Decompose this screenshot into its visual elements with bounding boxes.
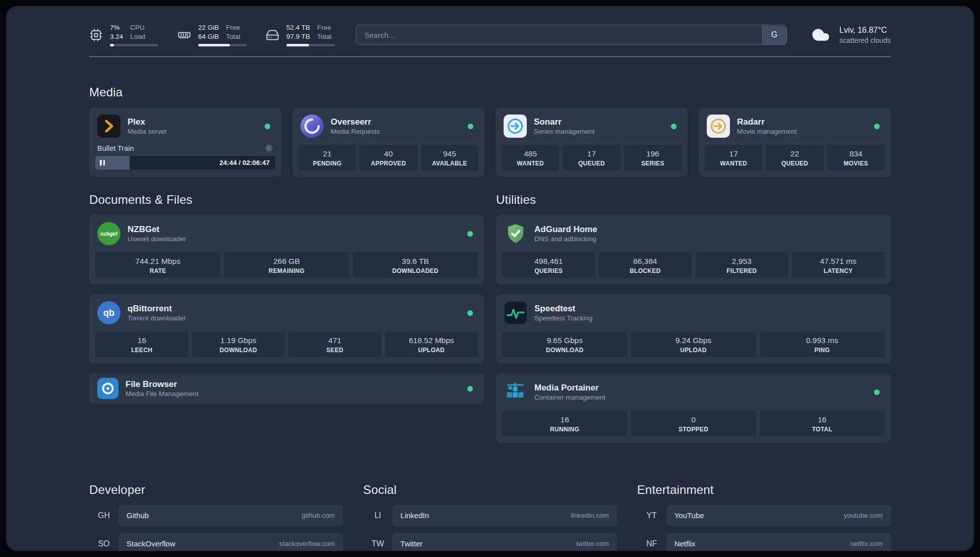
status-dot xyxy=(467,310,473,316)
stat-tile: 39.6 TB DOWNLOADED xyxy=(353,252,478,278)
search-provider-button[interactable]: G xyxy=(762,26,786,44)
memory-total-value: 64 GiB xyxy=(198,32,219,41)
stat-tile: 0.993 ms PING xyxy=(760,331,885,357)
bookmark-pill: LinkedIn linkedin.com xyxy=(392,505,617,526)
bookmark-stackoverflow[interactable]: SO StackOverflow stackoverflow.com xyxy=(89,533,343,551)
section-title-social: Social xyxy=(363,483,617,497)
developer-group: Developer GH Github github.com SO StackO… xyxy=(89,483,343,551)
social-group: Social LI LinkedIn linkedin.com TW Twitt… xyxy=(363,483,617,551)
bookmark-youtube[interactable]: YT YouTube youtube.com xyxy=(637,505,891,526)
stat-tile: 9.65 Gbps DOWNLOAD xyxy=(502,331,627,357)
service-title[interactable]: Overseerr xyxy=(331,117,461,127)
card-filebrowser[interactable]: File Browser Media File Management xyxy=(89,373,484,404)
entertainment-group: Entertainment YT YouTube youtube.com NF … xyxy=(637,483,891,551)
settings-gear-icon[interactable] xyxy=(265,144,273,152)
service-title[interactable]: Sonarr xyxy=(534,117,664,127)
stat-tile: 16 LEECH xyxy=(95,331,189,357)
service-title[interactable]: Radarr xyxy=(737,117,867,127)
bookmark-domain: twitter.com xyxy=(576,540,609,547)
memory-progress-bar xyxy=(198,44,247,46)
memory-icon xyxy=(177,28,191,42)
card-nzbget[interactable]: nzbget NZBGet Usenet downloader 744.21 M… xyxy=(89,215,484,284)
overseerr-icon xyxy=(300,115,324,138)
service-subtitle: Series management xyxy=(534,127,664,136)
stat-tile: 744.21 Mbps RATE xyxy=(95,252,220,278)
service-title[interactable]: Media Portainer xyxy=(534,382,867,393)
card-overseerr[interactable]: Overseerr Media Requests 21 PENDING 40 A… xyxy=(292,107,484,177)
disk-progress-bar xyxy=(286,44,335,46)
stat-tile: 471 SEED xyxy=(288,331,382,357)
card-portainer[interactable]: Media Portainer Container management 16 … xyxy=(496,373,891,442)
search-input[interactable] xyxy=(356,25,787,45)
speedtest-icon xyxy=(504,301,527,324)
disk-widget: 52.4 TB 97.9 TB Free Total xyxy=(266,23,335,46)
service-title[interactable]: Speedtest xyxy=(534,303,883,314)
service-title[interactable]: AdGuard Home xyxy=(534,224,883,235)
card-adguard[interactable]: AdGuard Home DNS and adblocking 498,461 … xyxy=(496,215,891,284)
disk-total-label: Total xyxy=(317,32,332,41)
pause-icon[interactable] xyxy=(100,156,105,170)
service-title[interactable]: NZBGet xyxy=(128,224,460,235)
bookmark-abbr: GH xyxy=(89,511,118,520)
bookmark-pill: Twitter twitter.com xyxy=(392,533,617,551)
bookmark-abbr: SO xyxy=(89,539,118,548)
service-title[interactable]: qBittorrent xyxy=(128,303,460,314)
stat-tile: 47.571 ms LATENCY xyxy=(792,252,885,278)
bookmark-netflix[interactable]: NF Netflix netflix.com xyxy=(637,533,891,551)
card-speedtest[interactable]: Speedtest Speedtest Tracking 9.65 Gbps D… xyxy=(496,294,891,363)
bookmark-domain: stackoverflow.com xyxy=(279,540,335,547)
bookmark-columns: Developer GH Github github.com SO StackO… xyxy=(89,483,891,551)
stat-tile: 16 TOTAL xyxy=(760,411,885,436)
bookmark-domain: linkedin.com xyxy=(571,512,609,519)
bookmark-linkedin[interactable]: LI LinkedIn linkedin.com xyxy=(363,505,617,526)
topbar: 7% 3.24 CPU Load xyxy=(89,23,891,46)
stat-tile: 2,953 FILTERED xyxy=(695,252,788,278)
card-sonarr[interactable]: Sonarr Series management 485 WANTED 17 Q… xyxy=(496,107,688,177)
stat-tile: 266 GB REMAINING xyxy=(224,252,349,278)
card-radarr[interactable]: Radarr Movie management 17 WANTED 22 QUE… xyxy=(699,107,891,177)
bookmark-domain: github.com xyxy=(301,512,335,519)
card-plex[interactable]: Plex Media server Bullet Train xyxy=(89,107,281,177)
stat-tile: 17 QUEUED xyxy=(563,145,620,171)
bookmark-twitter[interactable]: TW Twitter twitter.com xyxy=(363,533,617,551)
stat-tile: 485 WANTED xyxy=(502,145,559,171)
bookmark-name: Netflix xyxy=(675,539,696,548)
playback-progress-bar[interactable]: 24:44 / 02:06:47 xyxy=(95,156,275,170)
status-dot xyxy=(874,124,880,129)
disk-total-value: 97.9 TB xyxy=(286,32,310,41)
status-dot xyxy=(265,124,270,129)
bookmark-abbr: LI xyxy=(363,511,392,520)
bookmark-abbr: YT xyxy=(637,511,666,520)
service-subtitle: Torrent downloader xyxy=(128,314,460,323)
plex-icon xyxy=(97,115,120,138)
card-qbittorrent[interactable]: qb qBittorrent Torrent downloader 16 LEE… xyxy=(89,294,484,363)
bookmark-abbr: NF xyxy=(637,539,666,548)
cpu-progress-bar xyxy=(110,44,158,46)
stat-tile: 86,384 BLOCKED xyxy=(599,252,692,278)
stat-tile: 618.52 Mbps UPLOAD xyxy=(385,331,478,357)
service-subtitle: Movie management xyxy=(737,127,867,136)
service-title[interactable]: Plex xyxy=(128,117,258,127)
utilities-column: Utilities xyxy=(496,193,891,453)
bookmark-github[interactable]: GH Github github.com xyxy=(89,505,343,526)
service-title[interactable]: File Browser xyxy=(126,379,460,389)
cpu-load-value: 3.24 xyxy=(110,32,123,41)
playback-time: 24:44 / 02:06:47 xyxy=(219,156,270,170)
filebrowser-icon xyxy=(97,378,118,399)
documents-column: Documents & Files nzbget NZBGet Usenet d… xyxy=(89,193,484,414)
stat-tile: 834 MOVIES xyxy=(827,145,885,171)
stat-tile: 1.19 Gbps DOWNLOAD xyxy=(192,331,285,357)
bookmark-name: Github xyxy=(127,511,149,520)
stat-tile: 9.24 Gbps UPLOAD xyxy=(631,331,756,357)
qbittorrent-icon: qb xyxy=(97,301,120,324)
status-dot xyxy=(468,124,473,129)
dashboard: 7% 3.24 CPU Load xyxy=(6,6,974,551)
search-bar: G xyxy=(356,25,787,45)
service-subtitle: Usenet downloader xyxy=(128,235,460,244)
stat-tile: 498,461 QUERIES xyxy=(502,252,595,278)
bookmark-name: Twitter xyxy=(400,539,422,548)
section-title-developer: Developer xyxy=(89,483,343,497)
memory-total-label: Total xyxy=(226,32,240,41)
portainer-icon xyxy=(504,380,527,404)
service-subtitle: Speedtest Tracking xyxy=(534,314,883,323)
